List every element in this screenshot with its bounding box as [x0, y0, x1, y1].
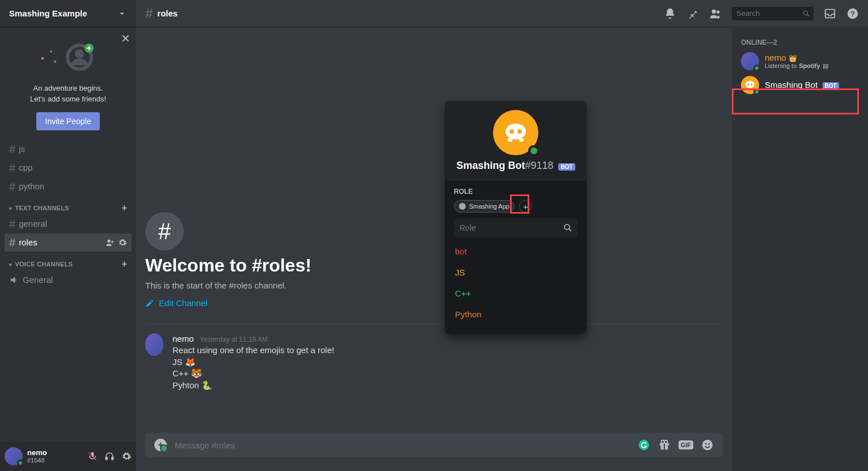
- current-user-name: nemo: [27, 449, 47, 457]
- deafen-icon[interactable]: [104, 451, 115, 461]
- hash-icon: #: [145, 6, 153, 22]
- invite-art: [9, 39, 127, 78]
- svg-point-10: [712, 9, 716, 13]
- emoji-icon[interactable]: [701, 439, 714, 451]
- invite-button[interactable]: Invite People: [36, 112, 100, 130]
- category-voice[interactable]: ▾ VOICE CHANNELS +: [5, 252, 132, 270]
- member-item[interactable]: Smashing Bot BOT: [736, 74, 863, 96]
- create-invite-icon[interactable]: [106, 238, 115, 247]
- svg-point-24: [705, 443, 707, 445]
- welcome-block: # Welcome to #roles! This is the start o…: [145, 36, 723, 310]
- category-text[interactable]: ▾ TEXT CHANNELS +: [5, 196, 132, 214]
- role-option[interactable]: JS: [454, 262, 578, 283]
- svg-point-0: [41, 57, 44, 60]
- gift-icon[interactable]: [658, 439, 671, 451]
- svg-point-22: [664, 440, 668, 444]
- role-option[interactable]: bot: [454, 241, 578, 262]
- avatar: [741, 52, 759, 70]
- attach-icon[interactable]: +: [154, 439, 167, 451]
- svg-point-35: [747, 83, 749, 86]
- member-name: nemo 👑: [765, 53, 828, 63]
- role-search[interactable]: [454, 218, 578, 237]
- member-list: ONLINE—2 nemo 👑 Listening to Spotify ▤: [732, 27, 868, 471]
- svg-rect-20: [664, 443, 665, 449]
- role-search-input[interactable]: [458, 223, 563, 233]
- message-line: C++ 🐯: [172, 368, 334, 380]
- role-chip[interactable]: Smashing App: [454, 200, 515, 213]
- avatar[interactable]: [145, 333, 163, 356]
- status-indicator: [17, 460, 24, 466]
- search-icon: [563, 223, 573, 233]
- add-channel-icon[interactable]: +: [121, 259, 127, 269]
- voice-channel-general[interactable]: General: [5, 271, 132, 289]
- mute-icon[interactable]: [87, 451, 98, 461]
- channel-cpp[interactable]: #cpp: [5, 159, 132, 177]
- welcome-title: Welcome to #roles!: [145, 255, 723, 276]
- message-line: React using one of the emojis to get a r…: [172, 345, 334, 357]
- member-item[interactable]: nemo 👑 Listening to Spotify ▤: [736, 50, 863, 73]
- role-color-dot: [459, 203, 466, 210]
- server-header[interactable]: Smashing Example: [0, 0, 136, 27]
- search-box[interactable]: [732, 7, 814, 20]
- user-panel: nemo #1548: [0, 442, 136, 471]
- add-role-button[interactable]: +: [519, 200, 532, 213]
- grammarly-icon[interactable]: [638, 439, 650, 451]
- crown-icon: 👑: [789, 54, 797, 62]
- composer-placeholder[interactable]: Message #roles: [175, 440, 630, 450]
- hash-icon: #: [9, 218, 15, 230]
- message-line: Pyhton 🐍: [172, 380, 334, 392]
- main-area: # roles ? # Welcome to #roles!: [136, 0, 868, 471]
- svg-rect-9: [112, 457, 113, 460]
- chevron-down-icon: ▾: [9, 206, 12, 211]
- hash-icon: #: [9, 162, 15, 173]
- chevron-down-icon[interactable]: [117, 9, 127, 19]
- divider: [145, 324, 723, 324]
- status-indicator: [528, 145, 540, 156]
- avatar: [493, 110, 538, 155]
- add-channel-icon[interactable]: +: [121, 203, 127, 213]
- bot-badge: BOT: [558, 163, 575, 171]
- rich-presence-icon: ▤: [823, 62, 828, 69]
- close-icon[interactable]: ✕: [121, 32, 130, 45]
- welcome-subtitle: This is the start of the #roles channel.: [145, 281, 723, 290]
- user-profile-popup: Smashing Bot#9118 BOT ROLE Smashing App …: [445, 101, 587, 334]
- avatar[interactable]: [5, 447, 23, 465]
- member-activity: Listening to Spotify ▤: [765, 62, 828, 69]
- gif-icon[interactable]: GIF: [679, 440, 693, 449]
- svg-point-4: [75, 49, 84, 58]
- svg-point-6: [107, 239, 110, 242]
- hash-icon: #: [145, 212, 184, 251]
- channel-sidebar: Smashing Example ✕ An adventure be: [0, 0, 136, 471]
- help-icon[interactable]: ?: [846, 7, 859, 20]
- svg-point-29: [517, 129, 522, 134]
- search-input[interactable]: [735, 9, 802, 18]
- inbox-icon[interactable]: [824, 7, 836, 20]
- channel-general[interactable]: #general: [5, 215, 132, 233]
- channel-python[interactable]: #python: [5, 177, 132, 196]
- role-section-label: ROLE: [454, 188, 578, 196]
- svg-line-33: [569, 229, 571, 231]
- channel-js[interactable]: #js: [5, 140, 132, 158]
- svg-point-17: [638, 440, 648, 450]
- message-author[interactable]: nemo: [172, 334, 194, 343]
- svg-rect-8: [106, 457, 107, 460]
- pin-icon[interactable]: [686, 7, 699, 20]
- search-icon: [802, 9, 810, 18]
- invite-line2: Let's add some friends!: [9, 95, 127, 104]
- member-name: Smashing Bot BOT: [765, 80, 839, 90]
- hash-icon: #: [9, 181, 15, 192]
- message-composer[interactable]: + Message #roles GIF: [145, 432, 723, 457]
- members-icon[interactable]: [709, 7, 722, 20]
- svg-point-36: [751, 83, 753, 86]
- bell-icon[interactable]: [664, 7, 676, 20]
- invite-card: ✕ An adventure begins. Let's add some fr…: [0, 27, 136, 139]
- svg-rect-2: [53, 60, 57, 63]
- channel-roles[interactable]: # roles: [5, 234, 132, 252]
- role-option[interactable]: C++: [454, 283, 578, 304]
- role-option[interactable]: Python: [454, 304, 578, 325]
- edit-channel-link[interactable]: Edit Channel: [145, 298, 208, 308]
- gear-icon[interactable]: [121, 451, 132, 461]
- gear-icon[interactable]: [118, 238, 127, 247]
- svg-point-1: [50, 50, 52, 53]
- channel-title: roles: [157, 9, 178, 18]
